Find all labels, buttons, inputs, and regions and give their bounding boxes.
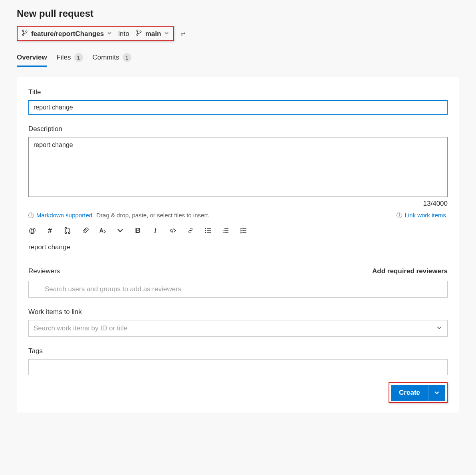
- source-branch-selector[interactable]: feature/reportChanges: [22, 30, 112, 38]
- tags-label: Tags: [28, 347, 448, 355]
- bullet-list-icon[interactable]: [204, 227, 212, 235]
- svg-point-0: [22, 30, 24, 32]
- tab-files[interactable]: Files 1: [57, 50, 83, 67]
- svg-point-3: [137, 30, 138, 32]
- svg-rect-13: [207, 230, 211, 231]
- numbered-list-icon[interactable]: 123: [222, 227, 230, 235]
- tabs: Overview Files 1 Commits 1: [17, 50, 459, 67]
- bold-icon[interactable]: B: [134, 227, 142, 235]
- svg-text:3: 3: [222, 231, 224, 234]
- reviewers-search-input[interactable]: [28, 281, 448, 298]
- info-icon: i: [28, 213, 34, 218]
- into-label: into: [118, 30, 129, 38]
- checklist-icon[interactable]: [239, 227, 247, 235]
- link-work-items[interactable]: i Link work items.: [397, 212, 448, 219]
- description-preview: report change: [28, 243, 448, 251]
- svg-rect-12: [207, 228, 211, 229]
- tab-commits-count: 1: [123, 53, 131, 62]
- attach-icon[interactable]: [81, 227, 89, 235]
- italic-icon[interactable]: I: [151, 227, 159, 235]
- target-branch-name: main: [145, 30, 161, 38]
- markdown-supported-link[interactable]: Markdown supported.: [36, 212, 94, 219]
- svg-rect-14: [207, 232, 211, 233]
- drag-hint: Drag & drop, paste, or select files to i…: [96, 212, 209, 219]
- svg-point-11: [205, 232, 206, 233]
- svg-point-4: [137, 34, 138, 36]
- svg-rect-20: [224, 232, 228, 233]
- svg-point-9: [205, 228, 206, 229]
- branch-selector-highlight: feature/reportChanges into main: [17, 26, 174, 41]
- svg-rect-21: [242, 228, 246, 229]
- svg-rect-22: [242, 230, 246, 231]
- chevron-down-icon[interactable]: [116, 227, 124, 235]
- svg-point-2: [26, 31, 27, 32]
- tab-label: Commits: [93, 54, 119, 62]
- svg-point-7: [65, 232, 66, 234]
- link-work-items-label: Link work items.: [405, 212, 448, 219]
- workitems-label: Work items to link: [28, 308, 448, 316]
- svg-rect-18: [224, 228, 228, 229]
- title-label: Title: [28, 88, 448, 96]
- swap-branches-button[interactable]: ⇄: [179, 29, 187, 39]
- title-input[interactable]: [28, 100, 448, 115]
- description-label: Description: [28, 125, 448, 133]
- tab-commits[interactable]: Commits 1: [93, 50, 131, 67]
- create-dropdown-button[interactable]: [428, 385, 445, 401]
- workitems-search-input[interactable]: [28, 320, 448, 337]
- chevron-down-icon: [107, 31, 112, 37]
- code-icon[interactable]: [169, 227, 177, 235]
- svg-point-8: [68, 232, 70, 234]
- svg-point-1: [22, 34, 24, 36]
- mention-icon[interactable]: @: [28, 227, 36, 235]
- target-branch-selector[interactable]: main: [136, 30, 169, 38]
- description-textarea[interactable]: [28, 137, 448, 197]
- hash-icon[interactable]: #: [46, 227, 54, 235]
- create-button[interactable]: Create: [391, 385, 428, 401]
- svg-rect-19: [224, 230, 228, 231]
- form-card: Title Description 13/4000 i Markdown sup…: [17, 77, 459, 413]
- add-required-reviewers-button[interactable]: Add required reviewers: [372, 267, 448, 275]
- tab-overview[interactable]: Overview: [17, 50, 47, 67]
- branch-selector-row: feature/reportChanges into main ⇄: [17, 26, 459, 41]
- page-title: New pull request: [17, 8, 459, 19]
- text-style-icon[interactable]: [99, 227, 107, 235]
- char-count: 13/4000: [28, 200, 448, 208]
- editor-toolbar: @ # B I: [28, 224, 448, 237]
- svg-point-10: [205, 230, 206, 231]
- create-button-highlight: Create: [389, 382, 448, 403]
- svg-point-5: [140, 31, 141, 32]
- reviewers-label: Reviewers: [28, 267, 60, 275]
- link-icon[interactable]: [186, 227, 194, 235]
- info-icon: i: [397, 213, 402, 218]
- tags-input[interactable]: [28, 359, 448, 375]
- branch-icon: [136, 30, 142, 38]
- source-branch-name: feature/reportChanges: [31, 30, 104, 38]
- branch-icon: [22, 30, 28, 38]
- tab-label: Overview: [17, 54, 47, 62]
- pull-request-icon[interactable]: [63, 227, 71, 235]
- svg-rect-23: [242, 232, 246, 233]
- tab-files-count: 1: [74, 53, 83, 62]
- svg-point-6: [65, 227, 66, 229]
- chevron-down-icon: [164, 31, 169, 37]
- tab-label: Files: [57, 54, 71, 62]
